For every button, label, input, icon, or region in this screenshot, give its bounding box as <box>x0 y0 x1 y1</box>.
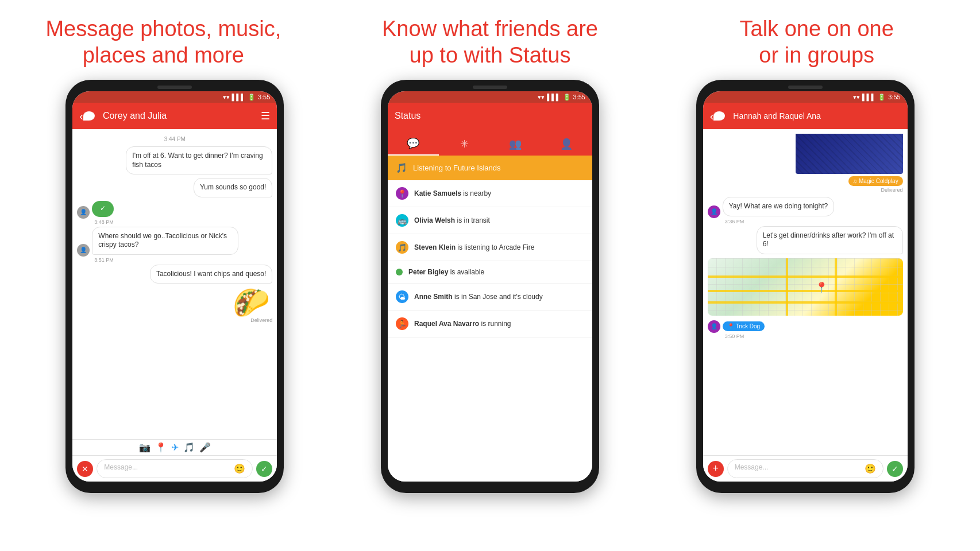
back-icon[interactable]: ‹ <box>79 110 83 123</box>
chat-message-4: Tacolicious! I want chips and queso! <box>150 265 272 284</box>
phone-3-app-bar: ‹ Hannah and Raquel Ana <box>703 103 908 129</box>
status-item-2[interactable]: 🎵 Steven Klein is listening to Arcade Fi… <box>388 234 592 261</box>
status-item-4[interactable]: 🌤 Anne Smith is in San Jose and it's clo… <box>388 284 592 311</box>
phone-2-status-bar: ▾▾ ▌▌▌ 🔋 3:55 <box>388 91 592 103</box>
phone-3-status-bar: ▾▾ ▌▌▌ 🔋 3:55 <box>703 91 908 103</box>
music-badge: ♫ Magic Coldplay <box>848 176 903 186</box>
status-dot-5: 🏃 <box>396 317 408 330</box>
battery-icon-3: 🔋 <box>878 94 886 101</box>
status-dot-3 <box>396 269 403 276</box>
time-display: 3:55 <box>258 94 270 100</box>
avatar-row-2: 👤 Where should we go..Tacolicious or Nic… <box>77 225 272 257</box>
location-icon[interactable]: 📍 <box>155 442 167 453</box>
chat-meta-p3-2: 3:50 PM <box>725 333 903 339</box>
phone-3-screen: ▾▾ ▌▌▌ 🔋 3:55 ‹ Hannah and Raquel Ana <box>703 91 908 482</box>
input-placeholder-1: Message... <box>104 463 138 471</box>
music-icon-highlight: 🎵 <box>396 162 407 173</box>
battery-icon-2: 🔋 <box>563 94 571 101</box>
avatar-1: 👤 <box>77 206 90 219</box>
chat-message-p3-1: Yay! What are we doing tonight? <box>723 197 835 216</box>
music-artist: Coldplay <box>876 178 898 184</box>
tab-profile[interactable]: 👤 <box>541 133 592 156</box>
tab-status[interactable]: ✳ <box>439 133 490 156</box>
phone-2-app-bar: Status <box>388 103 592 129</box>
signal-icon: ▌▌▌ <box>232 94 245 100</box>
phone-1-title: Corey and Julia <box>103 111 261 121</box>
photo-preview <box>796 134 903 174</box>
status-item-2-text: Steven Klein is listening to Arcade Fire <box>414 243 534 251</box>
phone-2-title: Status <box>395 111 585 121</box>
wifi-icon-2: ▾▾ <box>538 94 545 101</box>
status-item-5-text: Raquel Ava Navarro is running <box>414 320 511 328</box>
status-item-5[interactable]: 🏃 Raquel Ava Navarro is running <box>388 311 592 337</box>
status-item-0-text: Katie Samuels is nearby <box>414 189 491 197</box>
delivered-label-1: Delivered <box>250 317 272 323</box>
map-road-4 <box>786 258 788 316</box>
status-item-4-text: Anne Smith is in San Jose and it's cloud… <box>414 293 543 301</box>
delivered-label-3: Delivered <box>881 187 903 193</box>
place-badge[interactable]: 📍 Trick Dog <box>723 321 765 331</box>
map-road-5 <box>835 258 837 316</box>
phone-1-app-bar: ‹ Corey and Julia ☰ <box>72 103 277 129</box>
chat-message-2: Yum sounds so good! <box>194 178 272 197</box>
camera-icon[interactable]: 📷 <box>139 442 151 453</box>
status-dot-0: 📍 <box>396 187 408 200</box>
status-item-3-text: Peter Bigley is available <box>408 268 484 276</box>
chat-bubble-icon <box>83 111 95 121</box>
avatar-2: 👤 <box>77 244 90 257</box>
send-button-3[interactable]: ✓ <box>887 461 903 477</box>
status-item-0[interactable]: 📍 Katie Samuels is nearby <box>388 180 592 207</box>
chat-timestamp-1: 3:44 PM <box>77 136 272 142</box>
phone-3-chat: ♫ Magic Coldplay Delivered 👤 Yay! What a… <box>703 129 908 455</box>
add-button-3[interactable]: + <box>708 461 724 477</box>
battery-icon: 🔋 <box>248 94 256 101</box>
wifi-icon: ▾▾ <box>223 94 230 101</box>
message-input-3[interactable]: Message... 🙂 <box>727 459 883 478</box>
phone-2-screen: ▾▾ ▌▌▌ 🔋 3:55 Status 💬 ✳ 👥 👤 🎵 <box>388 91 592 482</box>
status-dot-2: 🎵 <box>396 241 408 254</box>
phone-1-input-bar: ✕ Message... 🙂 ✓ <box>72 455 277 482</box>
message-input-1[interactable]: Message... 🙂 <box>97 459 253 478</box>
wifi-icon-3: ▾▾ <box>853 94 860 101</box>
time-display-3: 3:55 <box>888 94 900 100</box>
music-icon[interactable]: 🎵 <box>183 442 195 453</box>
signal-icon-3: ▌▌▌ <box>862 94 875 100</box>
input-placeholder-3: Message... <box>735 463 769 471</box>
status-highlight[interactable]: 🎵 Listening to Future Islands <box>388 156 592 180</box>
map-preview[interactable]: 📍 <box>708 258 903 316</box>
status-dot-4: 🌤 <box>396 290 408 303</box>
map-road-1 <box>708 276 903 278</box>
place-pin-icon: 📍 <box>727 323 734 329</box>
avatar-row-3: 👤 Yay! What are we doing tonight? <box>708 195 903 218</box>
page-headers: Message photos, music, places and more K… <box>0 0 980 80</box>
mic-icon[interactable]: 🎤 <box>199 442 211 453</box>
status-dot-1: 🚌 <box>396 214 408 227</box>
tab-messages[interactable]: 💬 <box>388 133 439 156</box>
highlight-text: Listening to Future Islands <box>413 164 500 172</box>
time-display-2: 3:55 <box>573 94 585 100</box>
phone-3-input-bar: + Message... 🙂 ✓ <box>703 455 908 482</box>
menu-icon[interactable]: ☰ <box>261 110 270 122</box>
chat-meta-2: 3:51 PM <box>94 257 272 263</box>
panel-2-header: Know what friends are up to with Status <box>327 16 654 68</box>
send-button-1[interactable]: ✓ <box>256 461 272 477</box>
chat-message-p3-2: Let's get dinner/drinks after work? I'm … <box>757 226 903 254</box>
back-icon-3[interactable]: ‹ <box>710 110 714 123</box>
panel-1-header: Message photos, music, places and more <box>0 16 327 68</box>
map-road-3 <box>708 301 903 304</box>
chat-message-1: I'm off at 6. Want to get dinner? I'm cr… <box>126 146 272 174</box>
place-badge-row: 👤 📍 Trick Dog <box>708 320 903 333</box>
signal-icon-2: ▌▌▌ <box>547 94 560 100</box>
send-icon[interactable]: ✈ <box>171 442 179 453</box>
music-song: Magic <box>859 178 874 184</box>
status-item-3[interactable]: Peter Bigley is available <box>388 261 592 284</box>
phone-1-status-bar: ▾▾ ▌▌▌ 🔋 3:55 <box>72 91 277 103</box>
tab-contacts[interactable]: 👥 <box>490 133 541 156</box>
music-note-icon: ♫ <box>853 178 858 184</box>
close-button-1[interactable]: ✕ <box>77 461 93 477</box>
phone-1: ▾▾ ▌▌▌ 🔋 3:55 ‹ Corey and Julia ☰ 3:44 P… <box>65 80 284 493</box>
chat-bubble-icon-3 <box>713 111 725 121</box>
map-grid <box>708 258 903 316</box>
avatar-4: 👤 <box>708 320 720 333</box>
status-item-1[interactable]: 🚌 Olivia Welsh is in transit <box>388 207 592 234</box>
